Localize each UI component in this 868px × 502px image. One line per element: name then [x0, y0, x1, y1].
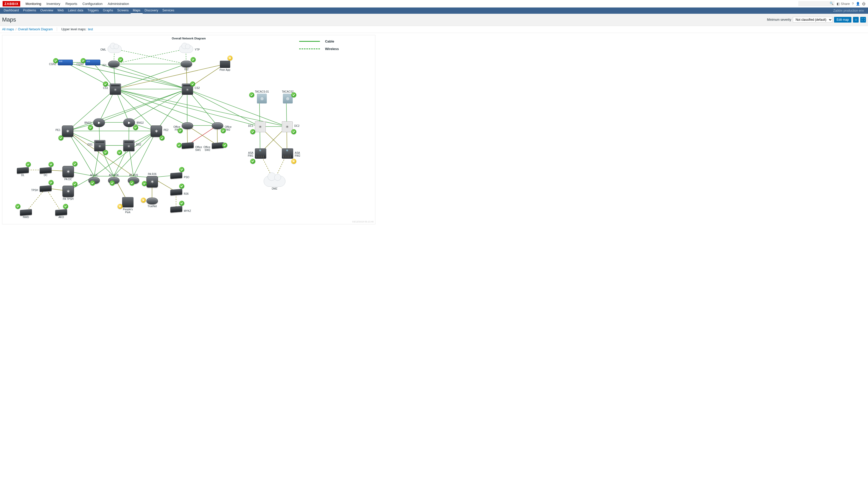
status-ok-icon	[179, 184, 184, 189]
node-bng1[interactable]: BNG1	[93, 118, 105, 127]
subnav-discovery[interactable]: Discovery	[143, 8, 161, 14]
subnav-maps[interactable]: Maps	[131, 8, 142, 14]
edit-map-button[interactable]: Edit map	[834, 17, 851, 22]
user-icon[interactable]: 👤	[856, 2, 860, 6]
node-label: PE1	[48, 129, 60, 132]
node-label: CGN2	[71, 63, 84, 65]
switch-icon	[170, 206, 182, 212]
fw-icon	[255, 148, 266, 159]
node-patpsh[interactable]: PA TPSH	[62, 186, 74, 201]
node-peerapp[interactable]: Peer App	[220, 61, 230, 71]
node-label: TACACS-01	[255, 90, 269, 93]
node-pe2[interactable]: PE2	[151, 125, 162, 137]
status-ok-icon	[58, 135, 63, 141]
node-ig1[interactable]: IG1	[108, 61, 120, 68]
node-ytp[interactable]: YTP	[179, 45, 193, 53]
subnav-triggers[interactable]: Triggers	[85, 8, 101, 14]
node-officesw2[interactable]: OfficeSW2	[212, 143, 224, 148]
node-officefw2[interactable]: OfficeFW2	[212, 122, 223, 129]
node-tacacs1[interactable]: TACACS-01	[255, 90, 269, 103]
node-mykz[interactable]: MYKZ	[170, 206, 182, 212]
status-ok-icon	[249, 92, 254, 98]
legend-cable-label: Cable	[325, 39, 334, 43]
severity-select[interactable]: Not classified (default)	[793, 17, 833, 22]
node-ako[interactable]: AKO	[55, 209, 67, 218]
severity-label: Minimum severity	[767, 18, 791, 21]
status-ok-icon	[63, 204, 68, 209]
link-ig2-cs1	[115, 64, 186, 89]
topmenu-reports[interactable]: Reports	[63, 0, 80, 8]
node-dc2[interactable]: DC2	[282, 121, 293, 132]
search-icon[interactable]: 🔍	[830, 2, 834, 5]
node-officefw1[interactable]: OfficeFW1	[182, 122, 193, 129]
subnav-dashboard[interactable]: Dashboard	[2, 8, 21, 14]
box-icon	[122, 197, 134, 207]
subnav-services[interactable]: Services	[160, 8, 176, 14]
node-r26[interactable]: R26	[170, 189, 182, 195]
subnav-graphs[interactable]: Graphs	[101, 8, 115, 14]
topmenu-configuration[interactable]: Configuration	[80, 0, 105, 8]
subnav-screens[interactable]: Screens	[115, 8, 131, 14]
node-ds2[interactable]: DS2	[123, 140, 135, 152]
node-label: OfficeSW2	[197, 146, 210, 152]
topmenu-monitoring[interactable]: Monitoring	[23, 0, 44, 8]
node-asafw2[interactable]: ASAFW2	[282, 148, 293, 159]
subnav-web[interactable]: Web	[55, 8, 65, 14]
breadcrumb-current[interactable]: Overall Network Diagram	[18, 28, 53, 31]
status-ok-icon	[250, 129, 255, 134]
node-peoples[interactable]: People'sPark	[122, 197, 134, 214]
share-button[interactable]: ◧ Share	[837, 2, 850, 6]
node-cs1[interactable]: CS1	[110, 83, 121, 95]
status-ok-icon	[177, 143, 182, 148]
core-icon	[146, 176, 158, 187]
topmenu-administration[interactable]: Administration	[105, 0, 132, 8]
link-cs2-bng2	[129, 89, 187, 122]
upper-level-link[interactable]: test	[88, 28, 93, 31]
node-par26[interactable]: PA R26	[146, 172, 158, 187]
node-bng2[interactable]: BNG2	[123, 118, 135, 127]
cs-icon	[123, 140, 135, 152]
node-tacacs2[interactable]: TACACS2	[282, 90, 293, 103]
subnav-problems[interactable]: Problems	[21, 8, 38, 14]
node-dc[interactable]: DC	[40, 167, 52, 177]
link-oml-ig2	[115, 49, 186, 64]
node-truenet[interactable]: TrueNet	[146, 197, 158, 208]
node-ds1[interactable]: DS1	[94, 140, 105, 152]
status-ok-icon	[103, 150, 108, 155]
node-dc1[interactable]: DC1	[255, 121, 266, 132]
node-label: IG2	[184, 68, 188, 71]
status-ok-icon	[291, 129, 296, 134]
node-ig2[interactable]: IG2	[181, 61, 192, 71]
status-ok-icon	[110, 181, 115, 186]
node-label: ASAFW2	[295, 152, 308, 157]
node-oml[interactable]: OML	[107, 45, 122, 53]
node-asafw1[interactable]: ASAFW1	[255, 148, 266, 159]
node-pe1[interactable]: PE1	[62, 125, 73, 137]
node-padc[interactable]: PA DC	[62, 166, 74, 181]
topmenu: MonitoringInventoryReportsConfigurationA…	[23, 0, 132, 8]
node-agsok[interactable]: AG SOK	[108, 173, 120, 184]
subnav-latest-data[interactable]: Latest data	[66, 8, 85, 14]
node-officesw1[interactable]: OfficeSW1	[182, 143, 194, 148]
brand-logo[interactable]: ZABBIX	[3, 1, 20, 7]
node-dmz[interactable]: DMZ	[264, 176, 286, 190]
node-tpsh[interactable]: TPSH	[40, 186, 52, 191]
node-afr26[interactable]: AF R26	[128, 173, 139, 184]
node-dl[interactable]: DL	[17, 167, 29, 177]
topmenu-inventory[interactable]: Inventory	[44, 0, 63, 8]
search-input[interactable]	[798, 1, 835, 6]
favorite-icon[interactable]: ☆	[853, 17, 859, 22]
network-map-canvas[interactable]: Overall Network Diagram Cable Wireless 0…	[2, 35, 375, 224]
node-label: TPSH	[25, 189, 38, 192]
node-agdc[interactable]: AG DC	[89, 173, 100, 184]
node-cs2[interactable]: CS2	[182, 83, 193, 95]
breadcrumb-all-maps[interactable]: All maps	[2, 28, 14, 31]
help-icon[interactable]: ?	[852, 2, 854, 6]
node-label: DS1	[80, 143, 93, 146]
node-label: OfficeFW2	[225, 125, 238, 131]
fullscreen-icon[interactable]: ⛶	[860, 17, 866, 22]
power-icon[interactable]: ⏻	[862, 2, 865, 6]
node-pso[interactable]: PSO	[170, 173, 182, 178]
subnav-overview[interactable]: Overview	[38, 8, 55, 14]
node-nwd[interactable]: NWD	[20, 209, 32, 218]
